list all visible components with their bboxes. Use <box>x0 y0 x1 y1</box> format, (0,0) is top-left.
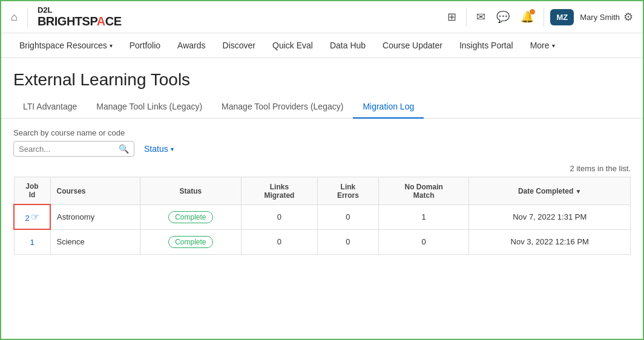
table-wrap: JobId Courses Status LinksMigrated LinkE… <box>1 177 643 267</box>
link-errors-cell: 0 <box>317 204 378 229</box>
search-row: 🔍 Status ▾ <box>13 141 631 157</box>
courses-cell: Astronomy <box>50 204 140 229</box>
search-box[interactable]: 🔍 <box>13 141 134 157</box>
tabs: LTI Advantage Manage Tool Links (Legacy)… <box>1 96 643 119</box>
chevron-down-icon: ▾ <box>171 146 174 152</box>
nav-more[interactable]: More ▾ <box>522 33 564 57</box>
no-domain-match-cell: 0 <box>378 229 469 254</box>
job-id-link[interactable]: 1 <box>21 238 44 247</box>
divider <box>27 7 28 27</box>
status-cell: Complete <box>140 229 241 254</box>
nav-awards[interactable]: Awards <box>169 33 214 57</box>
nav-portfolio[interactable]: Portfolio <box>121 33 169 57</box>
col-header-link-errors: LinkErrors <box>317 177 378 205</box>
status-filter-button[interactable]: Status ▾ <box>144 144 174 154</box>
top-bar: ⌂ D2L BRIGHTSPACE ⊞ ✉ 💬 🔔 MZ Mary Smith … <box>1 1 643 33</box>
status-badge: Complete <box>168 211 212 223</box>
logo-brightspace: BRIGHTSPACE <box>38 15 122 28</box>
link-errors-cell: 0 <box>317 229 378 254</box>
migration-log-table: JobId Courses Status LinksMigrated LinkE… <box>13 177 631 255</box>
tab-manage-tool-links[interactable]: Manage Tool Links (Legacy) <box>87 96 212 119</box>
no-domain-match-cell: 1 <box>378 204 469 229</box>
status-badge: Complete <box>168 236 212 248</box>
nav-course-updater[interactable]: Course Updater <box>374 33 451 57</box>
search-area: Search by course name or code 🔍 Status ▾ <box>1 119 643 162</box>
nav-data-hub[interactable]: Data Hub <box>321 33 374 57</box>
date-completed-cell: Nov 7, 2022 1:31 PM <box>469 204 631 229</box>
table-row: 2☞AstronomyComplete001Nov 7, 2022 1:31 P… <box>14 204 631 229</box>
logo-d2l: D2L <box>38 6 122 15</box>
courses-cell: Science <box>50 229 140 254</box>
search-label: Search by course name or code <box>13 128 631 137</box>
col-header-date-completed[interactable]: Date Completed ▼ <box>469 177 631 205</box>
chevron-down-icon: ▾ <box>110 42 113 49</box>
nav-insights-portal[interactable]: Insights Portal <box>451 33 522 57</box>
nav-quick-eval[interactable]: Quick Eval <box>264 33 321 57</box>
chat-icon[interactable]: 💬 <box>493 7 513 27</box>
home-icon[interactable]: ⌂ <box>11 11 18 24</box>
nav-brightspace-resources[interactable]: Brightspace Resources ▾ <box>11 33 121 57</box>
notifications-icon[interactable]: 🔔 <box>517 7 537 27</box>
col-header-no-domain-match: No DomainMatch <box>378 177 469 205</box>
col-header-job-id: JobId <box>14 177 50 205</box>
col-header-courses: Courses <box>50 177 140 205</box>
items-count: 2 items in the list. <box>1 162 643 177</box>
page-title-section: External Learning Tools <box>1 58 643 96</box>
user-avatar[interactable]: MZ <box>550 9 574 25</box>
status-cell: Complete <box>140 204 241 229</box>
user-name: Mary Smith <box>580 13 620 22</box>
notification-badge <box>530 9 535 15</box>
tab-lti-advantage[interactable]: LTI Advantage <box>13 96 87 119</box>
sort-icon: ▼ <box>576 188 582 195</box>
mail-icon[interactable]: ✉ <box>473 7 489 27</box>
col-header-status: Status <box>140 177 241 205</box>
table-header-row: JobId Courses Status LinksMigrated LinkE… <box>14 177 631 205</box>
tab-migration-log[interactable]: Migration Log <box>353 96 424 119</box>
settings-icon[interactable]: ⚙ <box>623 10 633 24</box>
links-migrated-cell: 0 <box>242 204 318 229</box>
search-input[interactable] <box>19 145 119 154</box>
links-migrated-cell: 0 <box>242 229 318 254</box>
nav-discover[interactable]: Discover <box>214 33 264 57</box>
logo: D2L BRIGHTSPACE <box>38 6 122 28</box>
search-icon: 🔍 <box>119 144 129 154</box>
nav-bar: Brightspace Resources ▾ Portfolio Awards… <box>1 33 643 58</box>
cursor-icon: ☞ <box>31 211 39 223</box>
tab-manage-tool-providers[interactable]: Manage Tool Providers (Legacy) <box>212 96 353 119</box>
job-id-cell[interactable]: 2☞ <box>14 204 50 229</box>
table-row: 1ScienceComplete000Nov 3, 2022 12:16 PM <box>14 229 631 254</box>
chevron-down-icon: ▾ <box>552 42 555 49</box>
job-id-cell[interactable]: 1 <box>14 229 50 254</box>
apps-icon[interactable]: ⊞ <box>444 7 460 27</box>
top-icons: ⊞ ✉ 💬 🔔 MZ Mary Smith ⚙ <box>444 7 633 27</box>
job-id-link[interactable]: 2☞ <box>21 211 44 223</box>
date-completed-cell: Nov 3, 2022 12:16 PM <box>469 229 631 254</box>
col-header-links-migrated: LinksMigrated <box>242 177 318 205</box>
page-title: External Learning Tools <box>13 70 631 90</box>
